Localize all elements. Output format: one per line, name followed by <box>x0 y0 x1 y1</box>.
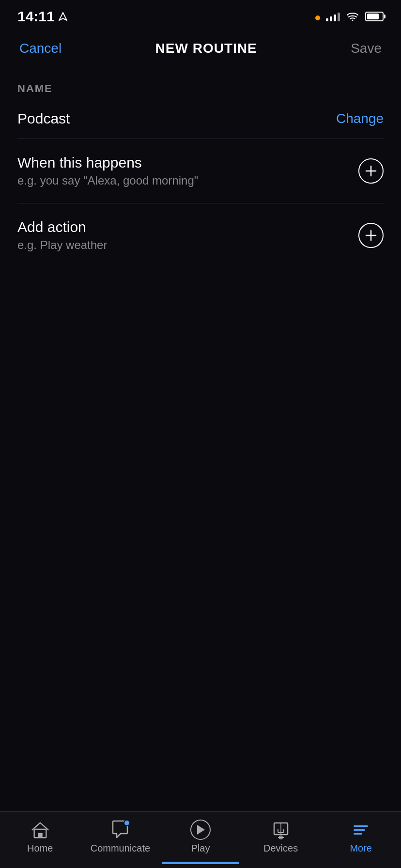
bottom-navigation: Home Communicate Play <box>0 811 401 868</box>
add-when-button[interactable] <box>358 158 384 184</box>
devices-nav-label: Devices <box>263 843 298 854</box>
home-indicator-bar <box>162 862 239 864</box>
add-action-subtitle: e.g. Play weather <box>17 238 107 252</box>
plus-icon-action <box>365 229 377 242</box>
play-circle <box>190 820 211 840</box>
name-row: Podcast Change <box>17 103 384 139</box>
play-icon <box>190 820 211 840</box>
svg-point-1 <box>352 20 354 21</box>
when-happens-title: When this happens <box>17 155 198 171</box>
page-title: NEW ROUTINE <box>155 41 257 56</box>
nav-bar: Cancel NEW ROUTINE Save <box>0 29 401 68</box>
nav-item-play[interactable]: Play <box>160 820 241 854</box>
add-action-title: Add action <box>17 219 107 235</box>
status-icons <box>319 12 384 21</box>
play-triangle-shape <box>197 825 205 835</box>
routine-name-value: Podcast <box>17 110 70 127</box>
nav-item-devices[interactable]: Devices <box>241 820 321 854</box>
more-nav-label: More <box>350 843 372 854</box>
name-section-label: NAME <box>17 82 384 95</box>
content-area: NAME Podcast Change When this happens e.… <box>0 82 401 267</box>
home-icon <box>30 820 50 840</box>
orange-notification-dot <box>315 16 320 20</box>
add-action-text: Add action e.g. Play weather <box>17 219 107 252</box>
save-button[interactable]: Save <box>351 41 382 56</box>
communicate-nav-label: Communicate <box>91 843 150 854</box>
cancel-button[interactable]: Cancel <box>19 41 62 56</box>
when-happens-row[interactable]: When this happens e.g. you say "Alexa, g… <box>17 139 384 203</box>
svg-rect-7 <box>38 833 43 838</box>
devices-icon <box>271 820 291 840</box>
status-bar: 14:11 <box>0 0 401 29</box>
time-display: 14:11 <box>17 8 55 25</box>
home-nav-label: Home <box>27 843 53 854</box>
add-action-button[interactable] <box>358 223 384 248</box>
play-nav-label: Play <box>191 843 210 854</box>
nav-item-more[interactable]: More <box>321 820 401 854</box>
when-happens-subtitle: e.g. you say "Alexa, good morning" <box>17 174 198 187</box>
change-name-button[interactable]: Change <box>336 111 384 126</box>
add-action-row[interactable]: Add action e.g. Play weather <box>17 203 384 267</box>
communicate-icon <box>110 820 130 840</box>
nav-item-home[interactable]: Home <box>0 820 80 854</box>
wifi-icon <box>347 12 358 21</box>
plus-icon <box>365 165 377 177</box>
navigation-arrow-icon <box>59 12 67 21</box>
signal-strength-icon <box>326 12 340 21</box>
home-svg-icon <box>31 820 50 839</box>
status-time: 14:11 <box>17 8 67 25</box>
more-icon <box>351 820 371 840</box>
bottom-nav-bar: Home Communicate Play <box>0 812 401 859</box>
when-happens-text: When this happens e.g. you say "Alexa, g… <box>17 155 198 187</box>
svg-marker-0 <box>59 13 67 20</box>
more-lines-icon <box>354 825 368 835</box>
nav-item-communicate[interactable]: Communicate <box>80 820 161 854</box>
devices-svg-icon <box>271 820 291 839</box>
battery-icon <box>365 12 384 21</box>
